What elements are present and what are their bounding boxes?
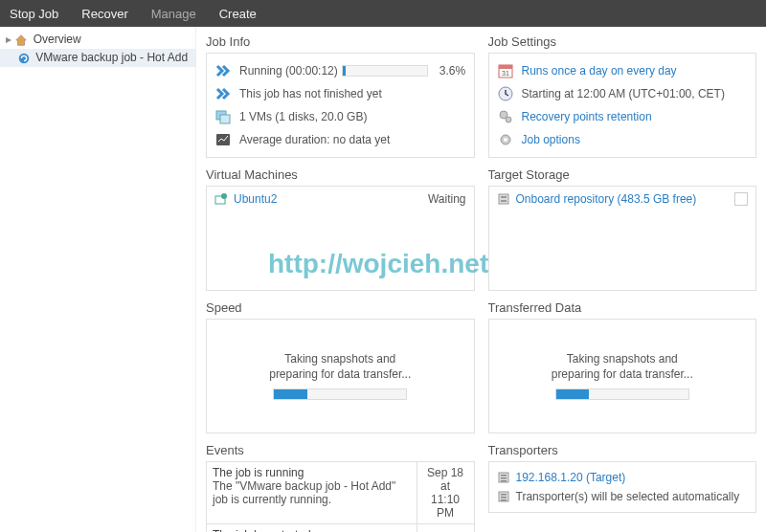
top-menu-bar: Stop Job Recover Manage Create xyxy=(0,0,766,27)
server-icon xyxy=(497,471,510,484)
svg-rect-18 xyxy=(501,475,507,477)
storage-link[interactable]: Onboard repository (483.5 GB free) xyxy=(516,192,697,206)
transporter-auto-label: Transporter(s) will be selected automati… xyxy=(516,490,740,503)
storage-icon xyxy=(497,192,510,206)
overview-label: Overview xyxy=(34,33,81,46)
running-icon xyxy=(214,62,232,79)
svg-rect-16 xyxy=(501,200,507,202)
speed-line1: Taking snapshots and xyxy=(284,352,395,366)
speed-section: Speed Taking snapshots and preparing for… xyxy=(206,299,475,433)
events-title: Events xyxy=(206,441,475,461)
avg-label: Average duration: no data yet xyxy=(239,133,390,146)
event-1-body: The "VMware backup job - Hot Add" job is… xyxy=(213,479,411,506)
storage-checkbox[interactable] xyxy=(734,192,748,206)
svg-rect-20 xyxy=(501,480,507,482)
speed-title: Speed xyxy=(206,299,475,319)
vm-name-link[interactable]: Ubuntu2 xyxy=(234,192,277,206)
start-label: Starting at 12:00 AM (UTC+01:00, CET) xyxy=(522,87,725,100)
menu-create[interactable]: Create xyxy=(219,7,257,21)
transporter-target-link[interactable]: 192.168.1.20 (Target) xyxy=(516,471,626,484)
options-link[interactable]: Job options xyxy=(522,133,580,146)
running-progress-bar xyxy=(342,65,428,77)
calendar-icon: 31 xyxy=(497,62,514,79)
clock-icon xyxy=(497,85,514,102)
schedule-link[interactable]: Runs once a day on every day xyxy=(522,64,677,78)
event-row[interactable]: The job is running The "VMware backup jo… xyxy=(207,462,475,524)
svg-rect-2 xyxy=(220,115,230,123)
svg-rect-22 xyxy=(501,494,507,496)
recovery-link[interactable]: Recovery points retention xyxy=(522,110,652,123)
vm-status: Waiting xyxy=(428,192,466,206)
svg-point-13 xyxy=(221,193,227,199)
job-info-title: Job Info xyxy=(206,33,475,53)
unfinished-icon xyxy=(214,85,232,102)
transferred-line1: Taking snapshots and xyxy=(567,352,678,366)
transporters-section: Transporters 192.168.1.20 (Target) Trans… xyxy=(488,441,757,532)
vm-section: Virtual Machines Ubuntu2 Waiting xyxy=(206,166,475,291)
transferred-line2: preparing for data transfer... xyxy=(552,367,693,381)
job-info-section: Job Info Running (00:00:12) 3.6% This jo… xyxy=(206,33,475,158)
svg-rect-24 xyxy=(501,499,507,501)
events-section: Events The job is running The "VMware ba… xyxy=(206,441,475,532)
event-row[interactable]: The job has started xyxy=(207,524,475,533)
speed-progress-bar xyxy=(273,388,407,400)
event-1-title: The job is running xyxy=(213,466,411,479)
transporters-title: Transporters xyxy=(488,441,757,461)
gear-icon xyxy=(497,131,514,148)
running-pct: 3.6% xyxy=(439,64,465,78)
vm-title: Virtual Machines xyxy=(206,166,475,186)
chart-icon xyxy=(214,131,232,148)
vm-icon xyxy=(214,192,228,206)
event-1-time-a: Sep 18 at xyxy=(427,466,463,493)
job-settings-title: Job Settings xyxy=(488,33,757,53)
event-2-title: The job has started xyxy=(213,528,411,532)
vms-label: 1 VMs (1 disks, 20.0 GB) xyxy=(239,110,367,123)
home-icon xyxy=(14,33,28,47)
svg-point-0 xyxy=(19,53,30,63)
svg-point-9 xyxy=(506,117,511,122)
svg-rect-23 xyxy=(501,497,507,499)
speed-line2: preparing for data transfer... xyxy=(269,367,411,381)
svg-rect-15 xyxy=(501,196,507,198)
running-label: Running (00:00:12) xyxy=(239,64,338,78)
gears-icon xyxy=(497,108,514,125)
job-name-label: VMware backup job - Hot Add xyxy=(35,51,188,64)
job-settings-section: Job Settings 31 Runs once a day on every… xyxy=(488,33,757,158)
svg-rect-14 xyxy=(499,194,508,204)
svg-rect-19 xyxy=(501,477,507,479)
storage-section: Target Storage Onboard repository (483.5… xyxy=(488,166,757,291)
menu-manage[interactable]: Manage xyxy=(151,7,196,21)
finish-label: This job has not finished yet xyxy=(239,87,382,100)
server-icon xyxy=(497,490,510,503)
sidebar: ▸ Overview VMware backup job - Hot Add xyxy=(0,27,196,532)
menu-recover[interactable]: Recover xyxy=(81,7,127,21)
svg-text:31: 31 xyxy=(502,70,509,77)
transferred-title: Transferred Data xyxy=(488,299,757,319)
menu-stop-job[interactable]: Stop Job xyxy=(10,7,58,21)
tree-job-item[interactable]: VMware backup job - Hot Add xyxy=(0,49,195,67)
event-1-time-b: 11:10 PM xyxy=(431,493,460,520)
storage-title: Target Storage xyxy=(488,166,757,186)
svg-rect-5 xyxy=(499,65,512,69)
globe-refresh-icon xyxy=(17,52,31,65)
svg-point-11 xyxy=(504,138,507,142)
transferred-progress-bar xyxy=(555,388,689,400)
disk-icon xyxy=(214,108,232,125)
transferred-section: Transferred Data Taking snapshots and pr… xyxy=(488,299,757,433)
tree-overview[interactable]: ▸ Overview xyxy=(0,31,195,49)
